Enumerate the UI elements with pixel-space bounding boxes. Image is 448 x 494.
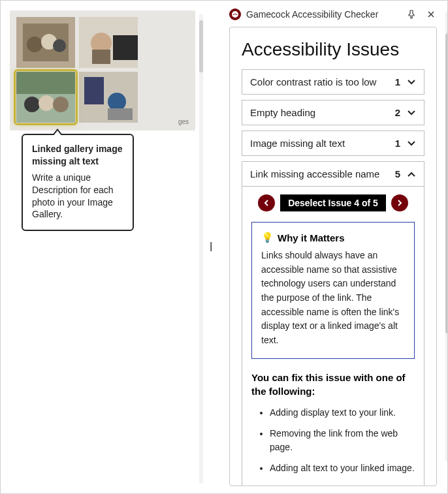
issue-nav: Deselect Issue 4 of 5	[251, 194, 415, 211]
right-scroll-thumb[interactable]	[445, 33, 448, 333]
editor-pane: ges Linked gallery image missing alt tex…	[1, 1, 204, 493]
chevron-up-icon	[407, 169, 416, 179]
panel-body: Accessibility Issues Color contrast rati…	[229, 27, 437, 486]
svg-rect-8	[92, 50, 110, 64]
gallery-thumb-selected[interactable]	[16, 72, 75, 123]
issue-label: Empty heading	[250, 107, 315, 118]
gallery-thumb[interactable]	[79, 72, 138, 123]
fix-list: Adding display text to your link. Removi…	[251, 406, 415, 476]
issue-label: Color contrast ratio is too low	[250, 76, 376, 87]
matters-body: Links should always have an accessible n…	[261, 249, 405, 348]
issue-row[interactable]: Empty heading 2	[242, 100, 424, 125]
app-root: ges Linked gallery image missing alt tex…	[1, 1, 447, 493]
list-item: Adding display text to your link.	[270, 406, 415, 420]
left-scroll-thumb[interactable]	[199, 20, 203, 72]
close-button[interactable]	[424, 7, 438, 22]
svg-point-4	[53, 39, 66, 52]
drag-handle-icon: ||	[210, 241, 210, 251]
left-scroll-track	[199, 14, 203, 484]
matters-title-text: Why it Matters	[278, 232, 345, 243]
panel-title: Gamecock Accessibility Checker	[246, 9, 399, 20]
image-gallery: ges	[10, 10, 195, 131]
issue-label: Link missing accessible name	[250, 168, 379, 179]
svg-rect-10	[16, 72, 75, 94]
chevron-down-icon	[407, 77, 416, 87]
tooltip-title: Linked gallery image missing alt text	[32, 143, 123, 168]
prev-issue-button[interactable]	[258, 194, 275, 211]
issue-row[interactable]: Color contrast ratio is too low 1	[242, 69, 424, 95]
gallery-footer-hint: ges	[178, 118, 189, 125]
issue-count: 1	[395, 76, 400, 87]
issue-count: 1	[395, 138, 400, 149]
list-item: Adding alt text to your linked image.	[270, 461, 415, 476]
chevron-down-icon	[407, 108, 416, 118]
issue-label: Image missing alt text	[250, 138, 345, 149]
fix-title: You can fix this issue with one of the f…	[251, 371, 415, 398]
issue-row[interactable]: Image missing alt text 1	[242, 131, 424, 156]
app-icon	[229, 8, 241, 20]
issue-count: 2	[395, 107, 400, 118]
pane-divider[interactable]: ||	[204, 1, 220, 493]
svg-point-16	[108, 93, 126, 111]
page-title: Accessibility Issues	[242, 39, 424, 60]
issue-count: 5	[395, 168, 400, 179]
gallery-thumb[interactable]	[79, 17, 138, 68]
next-issue-button[interactable]	[391, 194, 408, 211]
list-item: Removing the link from the web page.	[270, 427, 415, 455]
issue-detail: Deselect Issue 4 of 5 💡 Why it Matters L…	[242, 187, 424, 486]
issue-nav-label[interactable]: Deselect Issue 4 of 5	[280, 194, 386, 211]
why-it-matters: 💡 Why it Matters Links should always hav…	[251, 222, 415, 359]
gallery-thumb[interactable]	[16, 17, 75, 68]
tooltip-body: Write a unique Description for each phot…	[32, 172, 123, 221]
svg-point-13	[53, 97, 69, 112]
checker-pane: Gamecock Accessibility Checker Accessibi…	[220, 1, 447, 493]
chevron-down-icon	[407, 138, 416, 149]
svg-rect-15	[84, 77, 104, 104]
svg-rect-17	[108, 108, 133, 120]
svg-point-2	[27, 37, 42, 52]
issue-tooltip: Linked gallery image missing alt text Wr…	[22, 134, 134, 231]
lightbulb-icon: 💡	[261, 232, 274, 243]
svg-rect-6	[113, 35, 138, 60]
pin-button[interactable]	[404, 7, 419, 22]
svg-point-11	[24, 97, 40, 112]
panel-header: Gamecock Accessibility Checker	[223, 1, 445, 27]
svg-point-12	[39, 95, 54, 111]
issue-row-expanded[interactable]: Link missing accessible name 5	[242, 161, 424, 187]
